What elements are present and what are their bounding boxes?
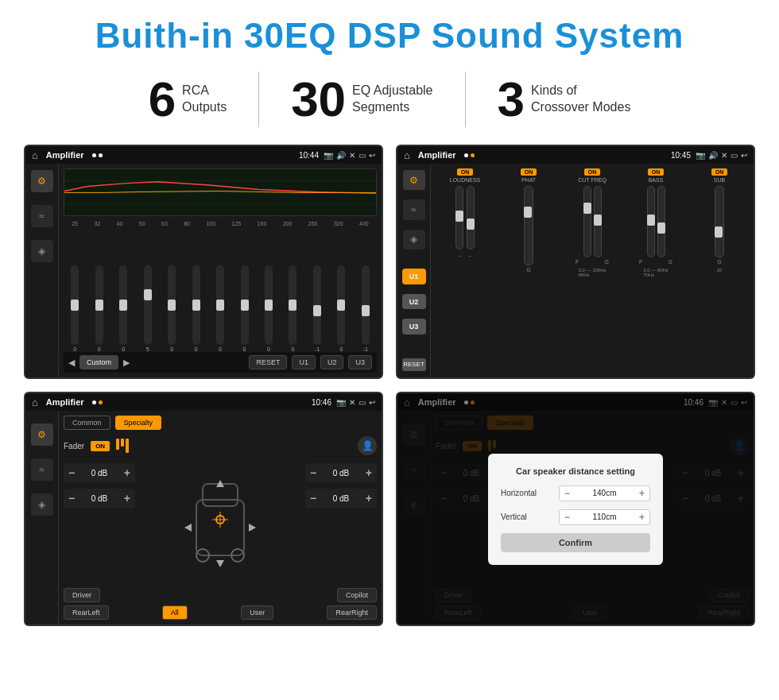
sub-slider[interactable] bbox=[715, 186, 724, 257]
eq-slider-3[interactable]: 0 bbox=[112, 265, 134, 352]
eq-slider-6[interactable]: 0 bbox=[184, 265, 207, 352]
stat-eq: 30 EQ Adjustable Segments bbox=[259, 75, 464, 124]
fader-bottom-buttons-2: RearLeft All User RearRight bbox=[64, 605, 377, 620]
fader-bottom-buttons: Driver Copilot bbox=[64, 588, 377, 602]
rl-plus-btn[interactable]: + bbox=[124, 492, 130, 505]
eq-icon-filter[interactable]: ⚙ bbox=[31, 170, 53, 192]
bass-slider-g[interactable] bbox=[657, 186, 665, 257]
eq-slider-10[interactable]: 0 bbox=[281, 265, 304, 352]
amp-u2-btn[interactable]: U2 bbox=[402, 294, 426, 310]
horizontal-minus-btn[interactable]: − bbox=[564, 488, 570, 499]
modal-vertical-row: Vertical − 110cm + bbox=[501, 509, 650, 525]
home-icon[interactable]: ⌂ bbox=[32, 149, 38, 161]
screenshots-grid: ⌂ Amplifier 10:44 📷 🔊 ✕ ▭ ↩ ⚙ ≈ ◈ bbox=[24, 145, 755, 626]
rearleft-btn[interactable]: RearLeft bbox=[64, 605, 109, 620]
eq-u1-btn[interactable]: U1 bbox=[292, 355, 316, 369]
fader-icon-speaker[interactable]: ◈ bbox=[31, 493, 53, 516]
amp-icon-wave[interactable]: ≈ bbox=[403, 199, 425, 219]
eq-icon-speaker[interactable]: ◈ bbox=[31, 240, 53, 262]
fl-plus-btn[interactable]: + bbox=[124, 466, 130, 479]
svg-rect-5 bbox=[203, 484, 238, 506]
rl-minus-btn[interactable]: − bbox=[68, 492, 75, 505]
eq-slider-1[interactable]: 0 bbox=[64, 265, 86, 352]
screen-dist: ⌂ Amplifier 10:46 📷 ✕ ▭ ↩ ⚙ ≈ ◈ bbox=[396, 392, 755, 626]
screen1-time: 10:44 bbox=[299, 151, 319, 160]
amp-u1-btn[interactable]: U1 bbox=[402, 269, 426, 284]
eq-icon-wave[interactable]: ≈ bbox=[31, 205, 53, 227]
fader-sidebar: ⚙ ≈ ◈ bbox=[25, 411, 59, 625]
stat-label-rca: RCA Outputs bbox=[182, 83, 227, 116]
fader-on-badge[interactable]: ON bbox=[91, 441, 110, 451]
eq-slider-2[interactable]: 0 bbox=[87, 265, 110, 352]
cutfreq-on-badge[interactable]: ON bbox=[584, 168, 601, 176]
amp-u3-btn[interactable]: U3 bbox=[402, 319, 426, 335]
eq-slider-13[interactable]: -1 bbox=[355, 265, 377, 352]
driver-btn[interactable]: Driver bbox=[64, 588, 100, 602]
screen2-title: Amplifier bbox=[418, 150, 456, 160]
confirm-button[interactable]: Confirm bbox=[501, 533, 650, 552]
fr-minus-btn[interactable]: − bbox=[310, 466, 316, 479]
tab-specialty[interactable]: Specialty bbox=[115, 416, 162, 430]
screen2-time: 10:45 bbox=[671, 151, 691, 160]
eq-slider-5[interactable]: 0 bbox=[161, 265, 183, 352]
fr-plus-btn[interactable]: + bbox=[366, 466, 372, 479]
fader-car-graphic bbox=[143, 463, 297, 583]
eq-next-btn[interactable]: ▶ bbox=[123, 358, 130, 368]
eq-slider-8[interactable]: 0 bbox=[233, 265, 255, 352]
eq-prev-btn[interactable]: ◀ bbox=[68, 358, 75, 368]
amp-icon-filter[interactable]: ⚙ bbox=[403, 170, 425, 190]
cutfreq-slider-f[interactable] bbox=[583, 186, 591, 257]
fader-main: Common Specialty Fader ON 👤 bbox=[59, 411, 382, 625]
camera-icon-3: 📷 bbox=[336, 398, 346, 407]
back-icon[interactable]: ↩ bbox=[369, 151, 375, 160]
eq-bottom-bar: ◀ Custom ▶ RESET U1 U2 U3 bbox=[64, 352, 377, 373]
horizontal-plus-btn[interactable]: + bbox=[639, 488, 645, 499]
home-icon-2[interactable]: ⌂ bbox=[404, 149, 410, 161]
stat-number-crossover: 3 bbox=[498, 75, 525, 124]
bass-slider-f[interactable] bbox=[647, 186, 655, 257]
screen1-title: Amplifier bbox=[46, 150, 84, 160]
loudness-slider-l[interactable] bbox=[455, 186, 463, 249]
cutfreq-slider-g[interactable] bbox=[594, 186, 602, 257]
fl-minus-btn[interactable]: − bbox=[68, 466, 75, 479]
rr-plus-btn[interactable]: + bbox=[366, 492, 372, 505]
fader-person-icon: 👤 bbox=[358, 436, 377, 455]
back-icon-3[interactable]: ↩ bbox=[369, 398, 375, 407]
fader-front-right-db: − 0 dB + bbox=[305, 463, 377, 482]
sub-on-badge[interactable]: ON bbox=[711, 168, 728, 176]
phat-on-badge[interactable]: ON bbox=[521, 168, 537, 176]
vertical-label: Vertical bbox=[501, 512, 552, 521]
vertical-plus-btn[interactable]: + bbox=[639, 512, 645, 523]
eq-slider-4[interactable]: 5 bbox=[136, 265, 158, 352]
amp-reset-btn[interactable]: RESET bbox=[402, 358, 426, 371]
bass-on-badge[interactable]: ON bbox=[648, 168, 665, 176]
loudness-slider-r[interactable] bbox=[467, 186, 475, 249]
copilot-btn[interactable]: Copilot bbox=[337, 588, 377, 602]
tab-common[interactable]: Common bbox=[64, 416, 110, 430]
home-icon-3[interactable]: ⌂ bbox=[32, 396, 38, 408]
rearright-btn[interactable]: RearRight bbox=[327, 605, 377, 620]
horizontal-value: 140cm bbox=[575, 489, 634, 497]
eq-u3-btn[interactable]: U3 bbox=[348, 355, 372, 369]
phat-slider[interactable] bbox=[524, 186, 533, 265]
fader-icon-wave[interactable]: ≈ bbox=[31, 458, 53, 481]
eq-slider-9[interactable]: 0 bbox=[258, 265, 280, 352]
horizontal-val-row: − 140cm + bbox=[559, 485, 650, 501]
amp-icon-speaker[interactable]: ◈ bbox=[403, 230, 425, 249]
stat-crossover: 3 Kinds of Crossover Modes bbox=[466, 75, 663, 124]
back-icon-2[interactable]: ↩ bbox=[741, 151, 747, 160]
eq-slider-7[interactable]: 0 bbox=[209, 265, 231, 352]
camera-icon-2: 📷 bbox=[696, 151, 705, 160]
vertical-minus-btn[interactable]: − bbox=[564, 512, 570, 523]
eq-custom-btn[interactable]: Custom bbox=[79, 355, 118, 369]
eq-u2-btn[interactable]: U2 bbox=[320, 355, 344, 369]
eq-slider-12[interactable]: 0 bbox=[330, 265, 352, 352]
user-btn[interactable]: User bbox=[241, 605, 273, 620]
all-btn[interactable]: All bbox=[162, 605, 188, 620]
distance-modal: Car speaker distance setting Horizontal … bbox=[488, 454, 663, 565]
eq-reset-btn[interactable]: RESET bbox=[249, 355, 287, 369]
rr-minus-btn[interactable]: − bbox=[310, 492, 316, 505]
eq-slider-11[interactable]: -1 bbox=[306, 265, 328, 352]
fader-icon-filter[interactable]: ⚙ bbox=[31, 423, 53, 446]
loudness-on-badge[interactable]: ON bbox=[457, 168, 474, 176]
